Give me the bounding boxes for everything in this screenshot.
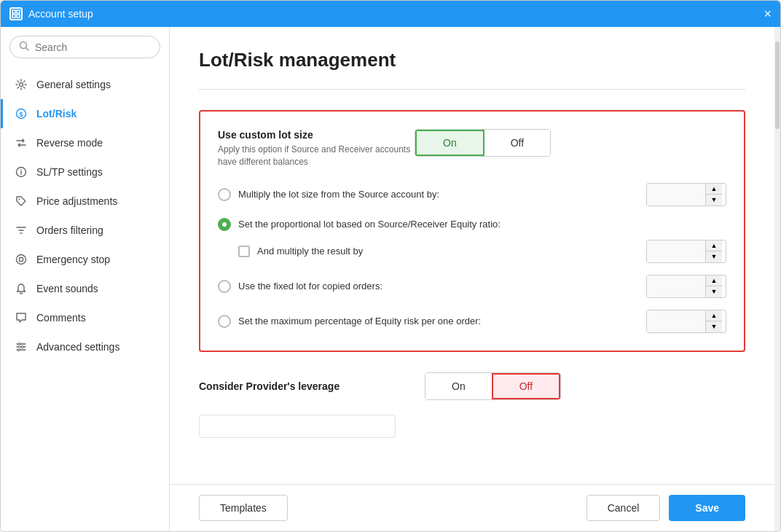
and-multiply-checkbox-option[interactable]: And multiply the result by [238,246,646,257]
custom-lot-label: Use custom lot size [218,129,415,141]
and-multiply-spinners: ▲ ▼ [705,240,722,262]
multiply-label: Multiply the lot size from the Source ac… [238,189,439,200]
sidebar-item-general[interactable]: General settings [1,70,169,99]
and-multiply-input-wrapper[interactable]: ▲ ▼ [646,240,726,263]
cancel-button[interactable]: Cancel [586,495,661,521]
main-content: Lot/Risk management Use custom lot size … [170,27,774,531]
content-area: Lot/Risk management Use custom lot size … [170,27,774,484]
consider-row: Consider Provider's leverage On Off [199,372,745,400]
window: Account setup × [0,0,781,532]
svg-point-13 [17,255,26,265]
proportional-option-row: Set the proportional lot based on Source… [218,218,726,231]
fixed-lot-spinners: ▲ ▼ [705,275,722,297]
fixed-lot-radio[interactable]: Use the fixed lot for copied orders: [218,280,646,293]
svg-rect-2 [12,15,15,17]
svg-point-11 [20,169,22,171]
custom-lot-desc: Apply this option if Source and Receiver… [218,144,415,168]
search-input[interactable] [35,42,151,53]
arrows-icon [15,136,28,149]
svg-rect-14 [20,258,23,262]
max-equity-spin-down[interactable]: ▼ [706,321,722,332]
multiply-radio-circle [218,188,231,201]
max-equity-spin-up[interactable]: ▲ [706,310,722,322]
sidebar-label-lot-risk: Lot/Risk [36,108,76,120]
filter-icon [15,224,28,237]
sidebar-label-comments: Comments [36,312,86,324]
svg-point-19 [22,346,24,348]
lot-options: Multiply the lot size from the Source ac… [218,183,726,333]
proportional-radio[interactable]: Set the proportional lot based on Source… [218,218,646,231]
svg-point-18 [19,343,21,345]
save-button[interactable]: Save [669,495,745,521]
divider [199,89,745,90]
tag-icon [15,195,28,208]
fixed-lot-input[interactable] [647,275,705,297]
sidebar-label-sl-tp: SL/TP settings [36,166,103,178]
dollar-circle-icon: $ [15,107,28,120]
sidebar: General settings $ Lot/Risk [1,27,170,531]
consider-toggle-off[interactable]: Off [492,373,560,399]
and-multiply-spin-up[interactable]: ▲ [706,240,722,252]
sidebar-label-emergency: Emergency stop [36,254,110,265]
scrollbar-track[interactable] [774,27,780,531]
sidebar-item-reverse[interactable]: Reverse mode [1,128,169,157]
fixed-lot-label: Use the fixed lot for copied orders: [238,281,382,292]
max-equity-radio[interactable]: Set the maximum percentage of Equity ris… [218,315,646,328]
consider-label: Consider Provider's leverage [199,380,396,392]
sidebar-item-price-adj[interactable]: Price adjustments [1,187,169,216]
templates-button[interactable]: Templates [199,495,288,521]
fixed-lot-spin-down[interactable]: ▼ [706,286,722,297]
multiply-input[interactable] [647,184,705,206]
sidebar-item-sl-tp[interactable]: SL/TP settings [1,157,169,187]
custom-lot-label-col: Use custom lot size Apply this option if… [218,129,415,168]
max-equity-spinners: ▲ ▼ [705,310,722,332]
gear-icon [15,78,28,91]
sidebar-label-event-sounds: Event sounds [36,283,98,294]
toggle-off-button[interactable]: Off [484,130,550,156]
multiply-spin-up[interactable]: ▲ [706,184,722,195]
title-bar-left: Account setup [9,7,93,20]
proportional-radio-circle [218,218,231,231]
custom-lot-section: Use custom lot size Apply this option if… [199,110,745,352]
multiply-spin-down[interactable]: ▼ [706,195,722,206]
search-box[interactable] [9,36,160,58]
sidebar-label-advanced: Advanced settings [36,341,119,353]
and-multiply-input[interactable] [647,240,705,262]
and-multiply-checkbox[interactable] [238,246,250,257]
custom-lot-row: Use custom lot size Apply this option if… [218,129,726,168]
footer-right: Cancel Save [586,495,745,521]
svg-point-20 [18,349,20,351]
sidebar-item-comments[interactable]: Comments [1,303,169,332]
sidebar-label-orders-filter: Orders filtering [36,224,103,236]
sidebar-item-orders-filter[interactable]: Orders filtering [1,216,169,245]
title-bar-text: Account setup [28,8,93,20]
scrollbar-thumb[interactable] [775,42,780,129]
proportional-label: Set the proportional lot based on Source… [238,219,501,230]
close-button[interactable]: × [764,7,772,20]
info-circle-icon [15,165,28,179]
app-icon [9,7,23,20]
sidebar-item-lot-risk[interactable]: $ Lot/Risk [1,99,169,128]
sidebar-item-event-sounds[interactable]: Event sounds [1,274,169,303]
fixed-lot-spin-up[interactable]: ▲ [706,275,722,287]
max-equity-radio-circle [218,315,231,328]
sidebar-item-emergency[interactable]: Emergency stop [1,245,169,274]
footer-bar: Templates Cancel Save [170,484,774,531]
page-title: Lot/Risk management [199,49,745,71]
title-bar: Account setup × [1,1,780,27]
comment-icon [15,311,28,324]
multiply-option-row: Multiply the lot size from the Source ac… [218,183,726,206]
custom-lot-toggle[interactable]: On Off [415,129,551,157]
toggle-on-button[interactable]: On [415,130,484,156]
consider-toggle[interactable]: On Off [425,372,561,400]
and-multiply-label: And multiply the result by [257,246,363,257]
sidebar-label-reverse: Reverse mode [36,137,103,149]
max-equity-input[interactable] [647,310,705,332]
fixed-lot-input-wrapper[interactable]: ▲ ▼ [646,275,726,298]
consider-toggle-on[interactable]: On [425,373,492,399]
multiply-radio[interactable]: Multiply the lot size from the Source ac… [218,188,646,201]
and-multiply-spin-down[interactable]: ▼ [706,251,722,262]
multiply-input-wrapper[interactable]: ▲ ▼ [646,183,726,206]
max-equity-input-wrapper[interactable]: ▲ ▼ [646,310,726,333]
sidebar-item-advanced[interactable]: Advanced settings [1,332,169,361]
